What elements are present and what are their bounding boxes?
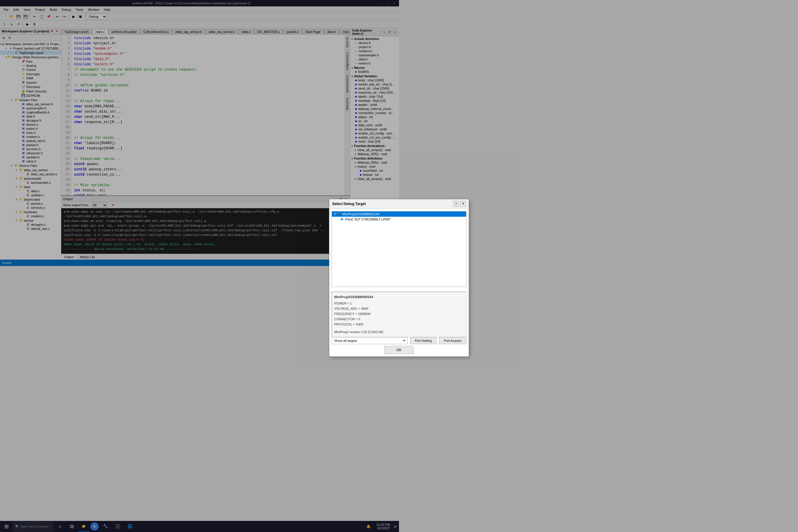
target-row-psoc5lp[interactable]: 💠 PSoC 5LP CY8C5888LT-LP097 xyxy=(332,217,399,222)
dialog-body: ▾ 🔌 MiniProg3/1636BB000164 💠 PSoC 5LP CY… xyxy=(329,209,399,266)
target-label-psoc5lp: PSoC 5LP CY8C5888LT-LP097 xyxy=(345,217,391,221)
target-label-miniprog3: MiniProg3/1636BB000164 xyxy=(342,212,379,216)
target-row-miniprog3[interactable]: ▾ 🔌 MiniProg3/1636BB000164 xyxy=(332,211,399,217)
target-list: ▾ 🔌 MiniProg3/1636BB000164 💠 PSoC 5LP CY… xyxy=(331,211,399,266)
select-debug-target-dialog: Select Debug Target ? ✕ ▾ 🔌 MiniProg3/16… xyxy=(329,199,399,266)
target-icon: 🔌 xyxy=(337,212,340,215)
dialog-overlay: Select Debug Target ? ✕ ▾ 🔌 MiniProg3/16… xyxy=(0,0,399,266)
dialog-title: Select Debug Target xyxy=(332,202,366,206)
dialog-title-bar: Select Debug Target ? ✕ xyxy=(329,199,399,209)
target-expand-arrow: ▾ xyxy=(334,212,336,215)
target-psoc-icon: 💠 xyxy=(340,217,344,221)
